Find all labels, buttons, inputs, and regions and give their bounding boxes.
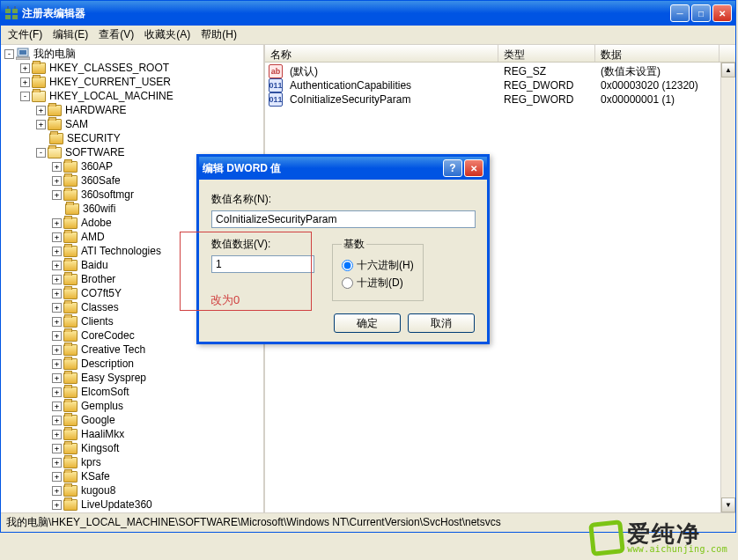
list-row[interactable]: ab(默认)REG_SZ(数值未设置) (265, 64, 735, 78)
col-header-type[interactable]: 类型 (498, 45, 595, 62)
expander-icon[interactable]: + (52, 162, 62, 172)
vertical-scrollbar[interactable]: ▲ ▼ (720, 63, 735, 512)
expander-icon[interactable]: + (52, 430, 62, 439)
ok-button[interactable]: 确定 (334, 313, 401, 333)
tree-item[interactable]: CoreCodec (81, 328, 135, 343)
main-title-bar[interactable]: 注册表编辑器 ─ □ ✕ (1, 1, 735, 26)
expander-icon[interactable]: + (52, 218, 62, 228)
tree-item[interactable]: Baidu (81, 258, 108, 272)
tree-item[interactable]: 360softmgr (81, 188, 134, 202)
list-row[interactable]: 011CoInitializeSecurityParamREG_DWORD0x0… (265, 92, 735, 107)
dialog-title-bar[interactable]: 编辑 DWORD 值 ? ✕ (199, 157, 487, 180)
expander-icon[interactable]: + (52, 458, 62, 468)
expander-icon[interactable]: + (52, 331, 62, 341)
tree-item[interactable]: Classes (81, 300, 119, 314)
expander-icon[interactable]: + (52, 303, 62, 313)
folder-icon (63, 415, 77, 426)
tree-item[interactable]: Kingsoft (81, 441, 119, 455)
menu-edit[interactable]: 编辑(E) (48, 26, 93, 44)
menu-favorites[interactable]: 收藏夹(A) (139, 26, 196, 44)
expander-icon[interactable]: + (52, 289, 62, 298)
expander-icon[interactable]: + (52, 176, 62, 186)
expander-icon[interactable]: + (36, 106, 46, 115)
menu-file[interactable]: 文件(F) (3, 26, 48, 44)
expander-icon[interactable]: - (20, 92, 30, 101)
menu-help[interactable]: 帮助(H) (196, 26, 242, 44)
value-name-input[interactable] (211, 210, 476, 228)
expander-icon[interactable]: + (52, 486, 62, 496)
tree-item[interactable]: HARDWARE (65, 103, 127, 117)
expander-icon[interactable]: + (52, 373, 62, 383)
expander-icon[interactable]: - (4, 49, 14, 59)
folder-open-icon (48, 147, 62, 158)
expander-icon[interactable]: + (52, 247, 62, 256)
tree-item[interactable]: ElcomSoft (81, 385, 129, 399)
tree-item[interactable]: kugou8 (81, 483, 115, 497)
tree-item[interactable]: KSafe (81, 469, 110, 483)
watermark: 爱纯净 www.aichunjing.com (590, 521, 727, 555)
close-button[interactable]: ✕ (712, 4, 732, 22)
list-row[interactable]: 011AuthenticationCapabilitiesREG_DWORD0x… (265, 78, 735, 92)
expander-icon[interactable]: + (52, 232, 62, 242)
maximize-button[interactable]: □ (691, 4, 711, 22)
help-button[interactable]: ? (443, 159, 462, 177)
tree-item[interactable]: HaaliMkx (81, 427, 124, 441)
tree-item[interactable]: Brother (81, 272, 115, 286)
expander-icon[interactable]: + (52, 345, 62, 355)
col-header-data[interactable]: 数据 (595, 45, 720, 62)
tree-root[interactable]: 我的电脑 (33, 47, 76, 61)
tree-item[interactable]: Adobe (81, 216, 112, 230)
tree-item[interactable]: CO7ft5Y (81, 286, 122, 300)
expander-icon[interactable]: + (52, 387, 62, 397)
expander-icon[interactable]: + (36, 120, 46, 129)
folder-icon (63, 175, 77, 187)
expander-icon[interactable]: + (52, 317, 62, 327)
expander-icon[interactable]: + (52, 472, 62, 482)
expander-icon[interactable]: + (52, 416, 62, 425)
tree-item[interactable]: Creative Tech (81, 343, 145, 357)
expander-icon[interactable]: + (52, 190, 62, 200)
tree-item[interactable]: Clients (81, 314, 114, 328)
scroll-down-icon[interactable]: ▼ (721, 497, 735, 512)
tree-item[interactable]: HKEY_LOCAL_MACHINE (49, 89, 173, 103)
cancel-button[interactable]: 取消 (408, 313, 475, 333)
tree-item[interactable]: SAM (65, 117, 88, 131)
tree-item[interactable]: HKEY_CURRENT_USER (49, 75, 171, 89)
tree-item[interactable]: SOFTWARE (65, 145, 125, 159)
tree-item[interactable]: HKEY_CLASSES_ROOT (49, 61, 169, 75)
cell-type: REG_DWORD (498, 93, 595, 106)
expander-icon[interactable]: + (52, 500, 62, 510)
expander-icon[interactable]: + (52, 275, 62, 284)
minimize-button[interactable]: ─ (670, 4, 690, 22)
radio-dec-input[interactable] (342, 277, 353, 289)
tree-item[interactable]: SECURITY (67, 131, 121, 145)
expander-icon[interactable]: + (52, 444, 62, 453)
tree-item[interactable]: Easy Sysprep (81, 371, 146, 385)
radio-hex[interactable]: 十六进制(H) (342, 258, 414, 273)
radio-dec[interactable]: 十进制(D) (342, 276, 414, 291)
expander-icon[interactable]: + (20, 77, 30, 87)
tree-item[interactable]: Gemplus (81, 399, 123, 413)
tree-item[interactable]: 360wifi (83, 202, 115, 216)
value-data-input[interactable] (211, 255, 314, 273)
tree-item[interactable]: AMD (81, 230, 105, 244)
tree-item[interactable]: 360AP (81, 159, 113, 173)
radio-hex-input[interactable] (342, 260, 353, 271)
expander-icon[interactable]: + (20, 63, 30, 73)
tree-item[interactable]: 360Safe (81, 173, 121, 188)
scroll-up-icon[interactable]: ▲ (721, 63, 735, 77)
dialog-close-button[interactable]: ✕ (464, 159, 483, 177)
tree-item[interactable]: LiveUpdate360 (81, 497, 152, 512)
tree-item[interactable]: ATI Technologies (81, 244, 161, 258)
cell-name: CoInitializeSecurityParam (284, 93, 498, 106)
expander-icon[interactable]: - (36, 148, 46, 158)
expander-icon[interactable]: + (52, 261, 62, 270)
expander-icon[interactable]: + (52, 402, 62, 411)
menu-view[interactable]: 查看(V) (93, 26, 139, 44)
tree-item[interactable]: kprs (81, 455, 101, 469)
tree-item[interactable]: Google (81, 413, 115, 427)
dialog-title: 编辑 DWORD 值 (203, 161, 443, 176)
expander-icon[interactable]: + (52, 359, 62, 369)
tree-item[interactable]: Description (81, 357, 134, 371)
col-header-name[interactable]: 名称 (265, 45, 498, 62)
